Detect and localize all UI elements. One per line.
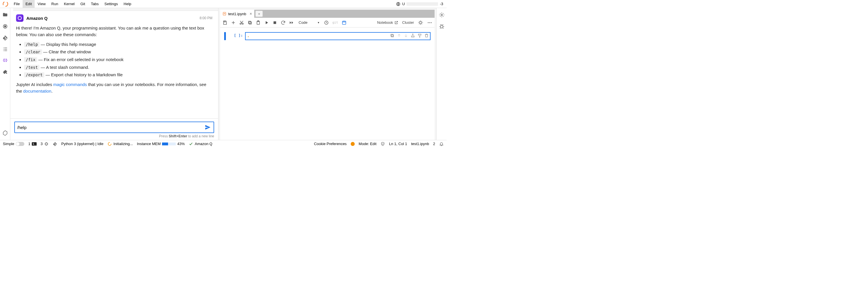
mode-status[interactable]: Mode: Edit	[359, 142, 376, 146]
puzzle-icon[interactable]	[2, 69, 8, 75]
running-icon[interactable]	[2, 24, 8, 29]
command-code: /clear	[24, 49, 42, 55]
chat-panel-tabstrip	[13, 8, 218, 11]
svg-rect-24	[418, 34, 421, 35]
command-desc: A test slash command.	[46, 65, 89, 70]
jupyter-logo	[2, 1, 8, 7]
kernel-status[interactable]: Python 3 (ipykernel) | Idle	[61, 142, 103, 146]
orange-status-icon[interactable]	[351, 142, 355, 146]
left-sidebar	[0, 8, 10, 140]
status-count-2[interactable]: 3	[41, 142, 49, 146]
mem-percent: 43%	[177, 142, 185, 146]
save-icon[interactable]	[222, 20, 227, 25]
chat-intro: Hi there! I'm Amazon Q, your programming…	[16, 25, 212, 38]
more-icon[interactable]	[427, 20, 432, 25]
trash-icon[interactable]	[424, 33, 429, 38]
cell-active-indicator	[224, 32, 226, 40]
menu-git[interactable]: Git	[78, 0, 88, 8]
close-icon[interactable]: ×	[250, 11, 252, 16]
spinner-icon	[107, 142, 112, 146]
insert-above-icon[interactable]	[410, 33, 415, 38]
folder-icon[interactable]	[2, 12, 8, 18]
restart-icon[interactable]	[281, 20, 286, 25]
stop-icon[interactable]	[272, 20, 277, 25]
initializing-label: Initializing...	[113, 142, 133, 146]
svg-rect-10	[249, 22, 251, 24]
external-icon	[394, 21, 398, 25]
menu-settings[interactable]: Settings	[102, 0, 121, 8]
amazon-q-status[interactable]: Amazon Q	[189, 142, 212, 146]
menu-view[interactable]: View	[35, 0, 49, 8]
cell-type-select[interactable]: Code ▾	[298, 20, 320, 25]
hint-text: to add a new line	[187, 134, 214, 138]
chat-input[interactable]	[17, 125, 205, 130]
hint-key: Shift+Enter	[169, 134, 187, 138]
menu-kernel[interactable]: Kernel	[61, 0, 78, 8]
copy-icon[interactable]	[247, 20, 252, 25]
cell-input[interactable]: ▴	[245, 32, 431, 40]
cursor-position[interactable]: Ln 1, Col 1	[389, 142, 407, 146]
command-code: /test	[24, 65, 39, 70]
move-down-icon[interactable]	[404, 33, 408, 38]
menu-edit[interactable]: Edit	[23, 0, 35, 8]
memory-status[interactable]: Instance MEM 43%	[137, 142, 185, 146]
code-cell[interactable]: [ ]: ▴	[224, 32, 431, 40]
clock-icon[interactable]	[324, 20, 329, 25]
shield-icon[interactable]	[380, 142, 385, 146]
menu-tabs[interactable]: Tabs	[88, 0, 101, 8]
toc-icon[interactable]	[2, 47, 8, 52]
documentation-link[interactable]: documentation	[23, 89, 51, 93]
svg-rect-23	[411, 36, 414, 37]
toggle-switch[interactable]	[16, 142, 24, 146]
git-status-icon[interactable]	[53, 142, 57, 146]
debug-icon[interactable]	[439, 24, 444, 29]
insert-cell-icon[interactable]	[231, 20, 236, 25]
list-item: /fix — Fix an error cell selected in you…	[24, 56, 212, 63]
count-value: 1	[28, 142, 30, 146]
menu-help[interactable]: Help	[121, 0, 134, 8]
send-button[interactable]	[205, 124, 211, 131]
git-link[interactable]: git	[332, 20, 338, 25]
insert-below-icon[interactable]	[417, 33, 422, 38]
gear-icon[interactable]	[439, 12, 444, 18]
chat-commands-list: /help — Display this help message /clear…	[24, 41, 212, 78]
calendar-icon[interactable]	[342, 20, 347, 25]
magic-commands-link[interactable]: magic commands	[53, 82, 87, 87]
git-icon[interactable]	[2, 35, 8, 41]
paste-icon[interactable]	[256, 20, 261, 25]
svg-rect-22	[391, 34, 393, 36]
move-up-icon[interactable]	[397, 33, 401, 38]
menu-items: File Edit View Run Kernel Git Tabs Setti…	[11, 0, 134, 8]
new-tab-button[interactable]: +	[255, 10, 263, 17]
right-count[interactable]: 2	[433, 142, 435, 146]
cell-type-label: Code	[299, 20, 307, 25]
status-count-1[interactable]: 1 $_	[28, 142, 37, 146]
notebook-file-icon	[222, 12, 226, 16]
svg-point-26	[440, 25, 442, 28]
chat-hint: Press Shift+Enter to add a new line	[14, 134, 214, 138]
chip-icon	[44, 142, 49, 146]
chevron-down-icon: ▾	[318, 21, 319, 24]
notebook-tab[interactable]: test1.ipynb ×	[220, 10, 254, 18]
chat-content: Amazon Q 8:00 PM Hi there! I'm Amazon Q,…	[10, 11, 218, 118]
notebook-link[interactable]: Notebook	[377, 20, 398, 25]
cluster-link[interactable]: Cluster	[402, 20, 414, 25]
duplicate-icon[interactable]	[390, 33, 395, 38]
run-icon[interactable]	[264, 20, 269, 25]
svg-rect-27	[45, 143, 48, 145]
menu-file[interactable]: File	[11, 0, 23, 8]
hex-icon[interactable]	[2, 130, 8, 136]
fast-forward-icon[interactable]	[289, 20, 294, 25]
simple-label: Simple	[3, 142, 14, 146]
list-item: /clear — Clear the chat window	[24, 49, 212, 55]
filename-status[interactable]: test1.ipynb	[411, 142, 429, 146]
bell-icon[interactable]	[439, 142, 444, 146]
globe-icon[interactable]	[396, 2, 401, 6]
cookie-preferences[interactable]: Cookie Preferences	[314, 142, 347, 146]
bug-icon[interactable]	[418, 20, 423, 25]
chat-body: Hi there! I'm Amazon Q, your programming…	[16, 25, 212, 94]
simple-toggle[interactable]: Simple	[3, 142, 24, 146]
cut-icon[interactable]	[239, 20, 244, 25]
menu-run[interactable]: Run	[49, 0, 61, 8]
brain-icon[interactable]	[2, 58, 8, 64]
